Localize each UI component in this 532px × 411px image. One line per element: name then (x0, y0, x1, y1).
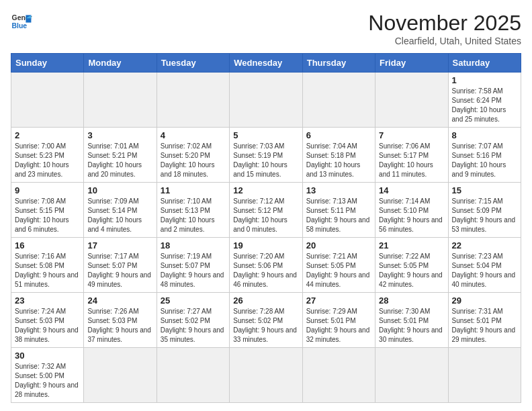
day-info: Sunrise: 7:22 AM Sunset: 5:05 PM Dayligh… (379, 252, 444, 289)
calendar-cell (448, 348, 521, 403)
calendar-cell: 1Sunrise: 7:58 AM Sunset: 6:24 PM Daylig… (448, 73, 521, 128)
day-number: 8 (452, 130, 517, 140)
day-info: Sunrise: 7:15 AM Sunset: 5:09 PM Dayligh… (452, 197, 517, 234)
calendar-cell: 11Sunrise: 7:10 AM Sunset: 5:13 PM Dayli… (157, 183, 229, 238)
day-number: 2 (15, 130, 80, 140)
calendar-cell: 6Sunrise: 7:04 AM Sunset: 5:18 PM Daylig… (302, 128, 375, 183)
day-number: 1 (452, 75, 517, 85)
calendar-week-row: 2Sunrise: 7:00 AM Sunset: 5:23 PM Daylig… (11, 128, 521, 183)
calendar-week-row: 9Sunrise: 7:08 AM Sunset: 5:15 PM Daylig… (11, 183, 521, 238)
calendar-cell: 25Sunrise: 7:27 AM Sunset: 5:02 PM Dayli… (157, 293, 229, 348)
calendar-cell: 20Sunrise: 7:21 AM Sunset: 5:05 PM Dayli… (302, 238, 375, 293)
day-of-week-tuesday: Tuesday (157, 54, 229, 73)
day-info: Sunrise: 7:01 AM Sunset: 5:21 PM Dayligh… (87, 142, 152, 179)
calendar-cell: 2Sunrise: 7:00 AM Sunset: 5:23 PM Daylig… (11, 128, 84, 183)
day-info: Sunrise: 7:09 AM Sunset: 5:14 PM Dayligh… (87, 197, 152, 234)
day-info: Sunrise: 7:00 AM Sunset: 5:23 PM Dayligh… (15, 142, 80, 179)
day-of-week-monday: Monday (84, 54, 157, 73)
day-of-week-thursday: Thursday (302, 54, 375, 73)
calendar-subtitle: Clearfield, Utah, United States (368, 36, 521, 46)
calendar-cell: 4Sunrise: 7:02 AM Sunset: 5:20 PM Daylig… (157, 128, 229, 183)
logo: General Blue (11, 11, 32, 32)
day-info: Sunrise: 7:27 AM Sunset: 5:02 PM Dayligh… (161, 307, 226, 345)
page-header: General Blue November 2025 Clearfield, U… (11, 11, 521, 46)
svg-text:Blue: Blue (12, 22, 28, 30)
day-info: Sunrise: 7:02 AM Sunset: 5:20 PM Dayligh… (161, 142, 226, 179)
calendar-header-row: SundayMondayTuesdayWednesdayThursdayFrid… (11, 54, 521, 73)
calendar-cell (157, 73, 229, 128)
calendar-week-row: 30Sunrise: 7:32 AM Sunset: 5:00 PM Dayli… (11, 348, 521, 403)
calendar-cell: 8Sunrise: 7:07 AM Sunset: 5:16 PM Daylig… (448, 128, 521, 183)
calendar-cell: 9Sunrise: 7:08 AM Sunset: 5:15 PM Daylig… (11, 183, 84, 238)
day-number: 23 (15, 295, 80, 306)
calendar-cell: 23Sunrise: 7:24 AM Sunset: 5:03 PM Dayli… (11, 293, 84, 348)
calendar-cell: 3Sunrise: 7:01 AM Sunset: 5:21 PM Daylig… (84, 128, 157, 183)
day-number: 17 (87, 240, 152, 250)
day-number: 28 (379, 295, 444, 306)
day-number: 13 (306, 185, 371, 195)
day-number: 16 (15, 240, 80, 250)
day-info: Sunrise: 7:20 AM Sunset: 5:06 PM Dayligh… (233, 252, 298, 289)
day-info: Sunrise: 7:29 AM Sunset: 5:01 PM Dayligh… (306, 307, 371, 345)
day-info: Sunrise: 7:04 AM Sunset: 5:18 PM Dayligh… (306, 142, 371, 179)
day-info: Sunrise: 7:23 AM Sunset: 5:04 PM Dayligh… (452, 252, 517, 289)
day-info: Sunrise: 7:19 AM Sunset: 5:07 PM Dayligh… (161, 252, 226, 289)
calendar-cell: 12Sunrise: 7:12 AM Sunset: 5:12 PM Dayli… (230, 183, 302, 238)
day-number: 24 (87, 295, 152, 306)
calendar-cell (84, 348, 157, 403)
day-info: Sunrise: 7:14 AM Sunset: 5:10 PM Dayligh… (379, 197, 444, 234)
title-area: November 2025 Clearfield, Utah, United S… (368, 11, 521, 46)
calendar-cell (302, 73, 375, 128)
calendar-cell: 22Sunrise: 7:23 AM Sunset: 5:04 PM Dayli… (448, 238, 521, 293)
calendar-week-row: 1Sunrise: 7:58 AM Sunset: 6:24 PM Daylig… (11, 73, 521, 128)
calendar-cell: 7Sunrise: 7:06 AM Sunset: 5:17 PM Daylig… (375, 128, 448, 183)
calendar-cell: 16Sunrise: 7:16 AM Sunset: 5:08 PM Dayli… (11, 238, 84, 293)
day-of-week-saturday: Saturday (448, 54, 521, 73)
day-info: Sunrise: 7:21 AM Sunset: 5:05 PM Dayligh… (306, 252, 371, 289)
logo-icon: General Blue (11, 11, 32, 32)
calendar-week-row: 23Sunrise: 7:24 AM Sunset: 5:03 PM Dayli… (11, 293, 521, 348)
day-number: 14 (379, 185, 444, 195)
calendar-cell: 15Sunrise: 7:15 AM Sunset: 5:09 PM Dayli… (448, 183, 521, 238)
calendar-cell: 30Sunrise: 7:32 AM Sunset: 5:00 PM Dayli… (11, 348, 84, 403)
day-info: Sunrise: 7:16 AM Sunset: 5:08 PM Dayligh… (15, 252, 80, 289)
day-info: Sunrise: 7:07 AM Sunset: 5:16 PM Dayligh… (452, 142, 517, 179)
calendar-title: November 2025 (368, 11, 521, 36)
day-number: 18 (161, 240, 226, 250)
calendar-cell: 10Sunrise: 7:09 AM Sunset: 5:14 PM Dayli… (84, 183, 157, 238)
day-info: Sunrise: 7:08 AM Sunset: 5:15 PM Dayligh… (15, 197, 80, 234)
day-info: Sunrise: 7:13 AM Sunset: 5:11 PM Dayligh… (306, 197, 371, 234)
calendar-cell (230, 73, 302, 128)
calendar-cell (375, 348, 448, 403)
day-number: 19 (233, 240, 298, 250)
calendar-cell: 24Sunrise: 7:26 AM Sunset: 5:03 PM Dayli… (84, 293, 157, 348)
day-info: Sunrise: 7:32 AM Sunset: 5:00 PM Dayligh… (15, 362, 80, 400)
day-number: 22 (452, 240, 517, 250)
day-number: 21 (379, 240, 444, 250)
day-number: 10 (87, 185, 152, 195)
calendar-cell: 17Sunrise: 7:17 AM Sunset: 5:07 PM Dayli… (84, 238, 157, 293)
day-number: 9 (15, 185, 80, 195)
day-number: 7 (379, 130, 444, 140)
calendar-cell (375, 73, 448, 128)
day-of-week-friday: Friday (375, 54, 448, 73)
day-number: 5 (233, 130, 298, 140)
calendar-cell: 13Sunrise: 7:13 AM Sunset: 5:11 PM Dayli… (302, 183, 375, 238)
calendar-cell (302, 348, 375, 403)
calendar-cell: 21Sunrise: 7:22 AM Sunset: 5:05 PM Dayli… (375, 238, 448, 293)
day-number: 4 (161, 130, 226, 140)
day-info: Sunrise: 7:17 AM Sunset: 5:07 PM Dayligh… (87, 252, 152, 289)
day-number: 12 (233, 185, 298, 195)
day-number: 3 (87, 130, 152, 140)
calendar-cell: 29Sunrise: 7:31 AM Sunset: 5:01 PM Dayli… (448, 293, 521, 348)
day-info: Sunrise: 7:03 AM Sunset: 5:19 PM Dayligh… (233, 142, 298, 179)
calendar-cell: 19Sunrise: 7:20 AM Sunset: 5:06 PM Dayli… (230, 238, 302, 293)
calendar-cell (157, 348, 229, 403)
calendar-cell (84, 73, 157, 128)
day-info: Sunrise: 7:31 AM Sunset: 5:01 PM Dayligh… (452, 307, 517, 345)
day-of-week-wednesday: Wednesday (230, 54, 302, 73)
day-info: Sunrise: 7:28 AM Sunset: 5:02 PM Dayligh… (233, 307, 298, 345)
calendar-cell: 5Sunrise: 7:03 AM Sunset: 5:19 PM Daylig… (230, 128, 302, 183)
calendar-cell: 28Sunrise: 7:30 AM Sunset: 5:01 PM Dayli… (375, 293, 448, 348)
day-of-week-sunday: Sunday (11, 54, 84, 73)
